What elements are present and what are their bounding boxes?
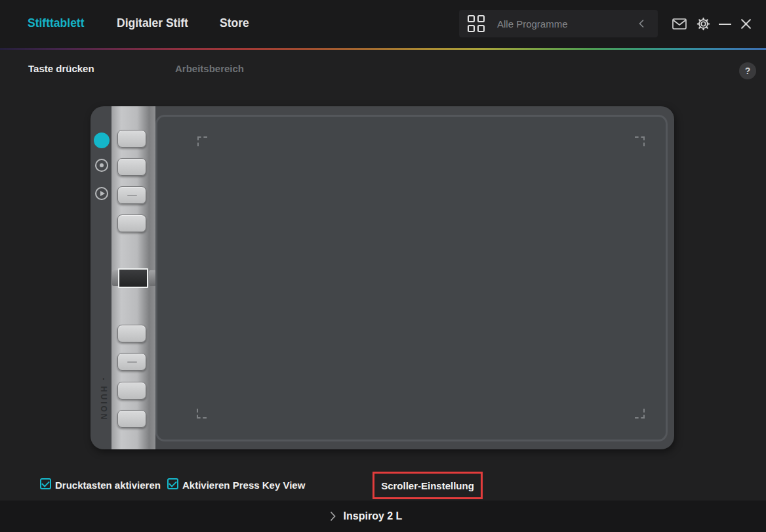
corner-mark-bottom-left bbox=[197, 409, 207, 419]
checkbox-drucktasten-label[interactable]: Drucktasten aktivieren bbox=[55, 480, 161, 491]
subnav-item-arbeitsbereich[interactable]: Arbeitsbereich bbox=[175, 63, 244, 74]
all-programs-grid-icon bbox=[468, 15, 485, 32]
tab-stifttablett[interactable]: Stifttablett bbox=[28, 16, 85, 30]
checkbox-press-key-view[interactable] bbox=[167, 478, 178, 489]
top-bar: Stifttablett Digitaler Stift Store Alle … bbox=[0, 0, 766, 48]
press-key-button-6[interactable] bbox=[117, 353, 146, 371]
press-key-button-2[interactable] bbox=[117, 158, 146, 176]
close-icon bbox=[740, 18, 752, 30]
corner-mark-top-right bbox=[635, 136, 645, 146]
press-key-button-5[interactable] bbox=[117, 325, 146, 342]
minimize-icon bbox=[719, 24, 731, 25]
footer-bar: Inspiroy 2 L bbox=[0, 501, 766, 532]
status-light-icon bbox=[94, 133, 110, 148]
corner-mark-bottom-right bbox=[635, 409, 645, 419]
device-selector[interactable]: Inspiroy 2 L bbox=[330, 510, 403, 522]
tablet-active-area bbox=[155, 115, 668, 441]
program-selector-label: Alle Programme bbox=[497, 18, 568, 30]
scroller-setting-button[interactable]: Scroller-Einstellung bbox=[373, 472, 483, 499]
press-key-button-7[interactable] bbox=[117, 382, 146, 399]
tab-store[interactable]: Store bbox=[220, 16, 249, 30]
press-key-button-3[interactable] bbox=[117, 186, 146, 204]
checkmark-icon bbox=[41, 479, 50, 487]
indicator-play-icon bbox=[95, 187, 108, 200]
mail-button[interactable] bbox=[671, 0, 688, 48]
minimize-button[interactable] bbox=[716, 0, 733, 48]
gear-icon bbox=[696, 17, 710, 31]
checkbox-drucktasten-aktivieren[interactable] bbox=[40, 478, 51, 489]
help-button[interactable]: ? bbox=[739, 62, 756, 79]
chevron-right-icon bbox=[330, 511, 336, 522]
huion-driver-window: Stifttablett Digitaler Stift Store Alle … bbox=[0, 0, 766, 532]
scroller-wheel[interactable] bbox=[118, 268, 148, 288]
settings-button[interactable] bbox=[695, 0, 712, 48]
checkmark-icon bbox=[169, 479, 177, 487]
checkbox-press-key-view-label[interactable]: Aktivieren Press Key View bbox=[182, 480, 305, 491]
brand-text: - HUION bbox=[99, 369, 108, 430]
press-key-button-1[interactable] bbox=[117, 130, 146, 148]
subnav-item-taste-druecken[interactable]: Taste drücken bbox=[28, 63, 94, 74]
rainbow-divider bbox=[0, 48, 766, 50]
corner-mark-top-left bbox=[197, 136, 207, 146]
device-name: Inspiroy 2 L bbox=[344, 510, 403, 522]
press-key-button-8[interactable] bbox=[117, 410, 146, 428]
mail-icon bbox=[672, 18, 687, 30]
tab-digitaler-stift[interactable]: Digitaler Stift bbox=[117, 16, 188, 30]
chevron-left-icon[interactable] bbox=[638, 19, 645, 28]
tablet-illustration: - HUION bbox=[91, 106, 674, 449]
close-button[interactable] bbox=[737, 0, 754, 48]
scroller-setting-label: Scroller-Einstellung bbox=[381, 480, 474, 491]
indicator-dot-icon bbox=[95, 159, 108, 172]
program-selector[interactable]: Alle Programme bbox=[459, 10, 658, 37]
press-key-button-4[interactable] bbox=[117, 215, 146, 232]
